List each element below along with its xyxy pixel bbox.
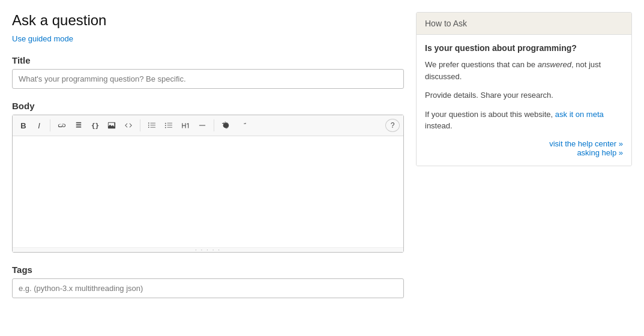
link-button[interactable] [54,118,70,133]
para1-emphasis: answered [538,60,571,69]
resize-dots-icon: · · · · · [195,247,221,253]
svg-point-1 [165,125,166,126]
link-icon [58,121,66,130]
page-title: Ask a question [12,12,404,29]
svg-point-0 [165,123,166,124]
horizontal-rule-button[interactable] [194,118,210,133]
title-input[interactable] [12,69,404,89]
how-to-ask-links: visit the help center » asking help » [425,139,623,157]
blockquote-icon [74,121,83,130]
redo-icon [238,121,247,130]
tags-label: Tags [12,265,404,275]
snippet-icon [124,121,133,130]
toolbar-separator-3 [214,119,214,131]
svg-point-2 [165,127,166,128]
how-to-ask-question: Is your question about programming? [425,43,623,53]
tags-section: Tags [12,265,404,298]
how-to-ask-para1: We prefer questions that can be answered… [425,59,623,82]
horizontal-rule-icon [198,121,206,130]
toolbar-separator-2 [140,119,140,131]
guided-mode-link[interactable]: Use guided mode [12,34,73,43]
sidebar: How to Ask Is your question about progra… [416,12,632,298]
unordered-list-icon [164,121,173,130]
editor-resize-handle[interactable]: · · · · · [13,247,403,252]
tags-input[interactable] [12,278,404,298]
toolbar-separator-1 [50,119,50,131]
para3-prefix: If your question is about this website, [425,110,555,119]
heading-button[interactable] [178,118,193,133]
heading-icon [181,121,190,130]
how-to-ask-para3: If your question is about this website, … [425,109,623,132]
body-label: Body [12,101,404,111]
main-content: Ask a question Use guided mode Title Bod… [12,12,404,298]
how-to-ask-header: How to Ask [417,13,631,35]
how-to-ask-body: Is your question about programming? We p… [417,35,631,166]
ask-on-meta-link[interactable]: ask it on meta [555,110,604,119]
body-editor[interactable] [13,136,403,247]
image-icon [107,121,116,130]
italic-button[interactable]: I [32,118,46,133]
help-button[interactable]: ? [385,119,400,132]
how-to-ask-para2: Provide details. Share your research. [425,89,623,101]
unordered-list-button[interactable] [161,118,176,133]
blockquote-button[interactable] [71,118,86,133]
ordered-list-button[interactable] [144,118,160,133]
bold-button[interactable]: B [16,118,31,133]
body-section: Body B I {} [12,101,404,253]
visit-help-center-link[interactable]: visit the help center » [425,139,623,148]
how-to-ask-box: How to Ask Is your question about progra… [416,12,632,166]
redo-button[interactable] [235,118,250,133]
asking-help-link[interactable]: asking help » [425,148,623,157]
para3-suffix: instead. [425,121,453,130]
title-label: Title [12,55,404,65]
snippet-button[interactable] [121,118,136,133]
para1-prefix: We prefer questions that can be [425,60,538,69]
undo-icon [221,121,230,130]
undo-button[interactable] [218,118,233,133]
editor-toolbar: B I {} [13,115,403,136]
image-button[interactable] [104,118,119,133]
editor-container: B I {} [12,115,404,253]
code-button[interactable]: {} [88,118,103,133]
ordered-list-icon [148,121,156,130]
